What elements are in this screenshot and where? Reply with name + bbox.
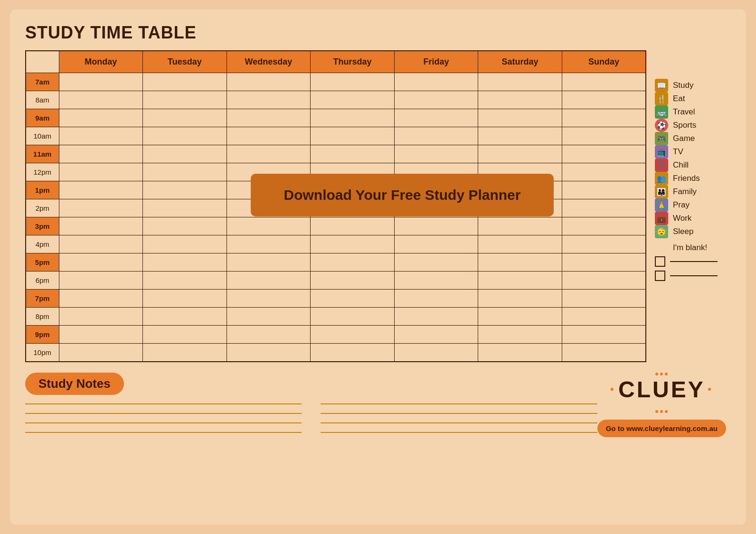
data-cell[interactable] [562, 235, 646, 253]
data-cell[interactable] [143, 127, 227, 145]
data-cell[interactable] [478, 308, 562, 326]
data-cell[interactable] [59, 344, 143, 362]
data-cell[interactable] [227, 145, 311, 163]
data-cell[interactable] [478, 109, 562, 127]
data-cell[interactable] [59, 308, 143, 326]
data-cell[interactable] [394, 91, 478, 109]
data-cell[interactable] [227, 290, 311, 308]
data-cell[interactable] [227, 217, 311, 235]
data-cell[interactable] [143, 308, 227, 326]
data-cell[interactable] [227, 109, 311, 127]
data-cell[interactable] [394, 326, 478, 344]
data-cell[interactable] [227, 253, 311, 272]
data-cell[interactable] [394, 308, 478, 326]
data-cell[interactable] [59, 145, 143, 163]
data-cell[interactable] [59, 91, 143, 109]
data-cell[interactable] [478, 127, 562, 145]
data-cell[interactable] [478, 217, 562, 235]
data-cell[interactable] [227, 326, 311, 344]
data-cell[interactable] [311, 91, 395, 109]
data-cell[interactable] [562, 163, 646, 181]
data-cell[interactable] [311, 290, 395, 308]
data-cell[interactable] [311, 109, 395, 127]
data-cell[interactable] [227, 127, 311, 145]
data-cell[interactable] [143, 217, 227, 235]
data-cell[interactable] [143, 109, 227, 127]
data-cell[interactable] [562, 253, 646, 272]
data-cell[interactable] [562, 217, 646, 235]
data-cell[interactable] [562, 344, 646, 362]
data-cell[interactable] [59, 199, 143, 217]
data-cell[interactable] [311, 308, 395, 326]
data-cell[interactable] [394, 290, 478, 308]
data-cell[interactable] [311, 326, 395, 344]
cluey-website-button[interactable]: Go to www.clueylearning.com.au [597, 420, 726, 437]
data-cell[interactable] [478, 326, 562, 344]
data-cell[interactable] [143, 344, 227, 362]
data-cell[interactable] [59, 272, 143, 290]
data-cell[interactable] [562, 91, 646, 109]
data-cell[interactable] [478, 344, 562, 362]
data-cell[interactable] [311, 127, 395, 145]
data-cell[interactable] [478, 253, 562, 272]
data-cell[interactable] [311, 145, 395, 163]
data-cell[interactable] [227, 272, 311, 290]
data-cell[interactable] [562, 145, 646, 163]
data-cell[interactable] [478, 91, 562, 109]
data-cell[interactable] [394, 127, 478, 145]
data-cell[interactable] [143, 163, 227, 181]
data-cell[interactable] [227, 344, 311, 362]
data-cell[interactable] [143, 253, 227, 272]
data-cell[interactable] [143, 73, 227, 91]
data-cell[interactable] [562, 109, 646, 127]
data-cell[interactable] [562, 181, 646, 199]
legend-checkbox-1[interactable] [655, 256, 665, 267]
data-cell[interactable] [394, 235, 478, 253]
data-cell[interactable] [227, 235, 311, 253]
data-cell[interactable] [59, 181, 143, 199]
data-cell[interactable] [227, 91, 311, 109]
data-cell[interactable] [143, 145, 227, 163]
data-cell[interactable] [562, 127, 646, 145]
data-cell[interactable] [59, 109, 143, 127]
data-cell[interactable] [562, 199, 646, 217]
data-cell[interactable] [394, 109, 478, 127]
data-cell[interactable] [59, 163, 143, 181]
data-cell[interactable] [394, 73, 478, 91]
data-cell[interactable] [478, 145, 562, 163]
data-cell[interactable] [143, 181, 227, 199]
data-cell[interactable] [562, 326, 646, 344]
data-cell[interactable] [562, 272, 646, 290]
data-cell[interactable] [59, 290, 143, 308]
data-cell[interactable] [143, 326, 227, 344]
data-cell[interactable] [143, 272, 227, 290]
data-cell[interactable] [143, 290, 227, 308]
data-cell[interactable] [143, 199, 227, 217]
data-cell[interactable] [394, 272, 478, 290]
data-cell[interactable] [478, 272, 562, 290]
data-cell[interactable] [562, 290, 646, 308]
data-cell[interactable] [311, 344, 395, 362]
data-cell[interactable] [311, 235, 395, 253]
data-cell[interactable] [143, 235, 227, 253]
data-cell[interactable] [59, 253, 143, 272]
data-cell[interactable] [311, 217, 395, 235]
data-cell[interactable] [394, 217, 478, 235]
data-cell[interactable] [59, 235, 143, 253]
data-cell[interactable] [478, 235, 562, 253]
data-cell[interactable] [562, 73, 646, 91]
data-cell[interactable] [143, 91, 227, 109]
data-cell[interactable] [394, 145, 478, 163]
legend-checkbox-2[interactable] [655, 271, 665, 281]
download-button[interactable]: Download Your Free Study Planner [251, 174, 554, 216]
data-cell[interactable] [311, 253, 395, 272]
data-cell[interactable] [59, 127, 143, 145]
data-cell[interactable] [394, 344, 478, 362]
data-cell[interactable] [227, 73, 311, 91]
data-cell[interactable] [59, 217, 143, 235]
data-cell[interactable] [59, 73, 143, 91]
data-cell[interactable] [311, 73, 395, 91]
data-cell[interactable] [562, 308, 646, 326]
data-cell[interactable] [394, 253, 478, 272]
data-cell[interactable] [478, 290, 562, 308]
